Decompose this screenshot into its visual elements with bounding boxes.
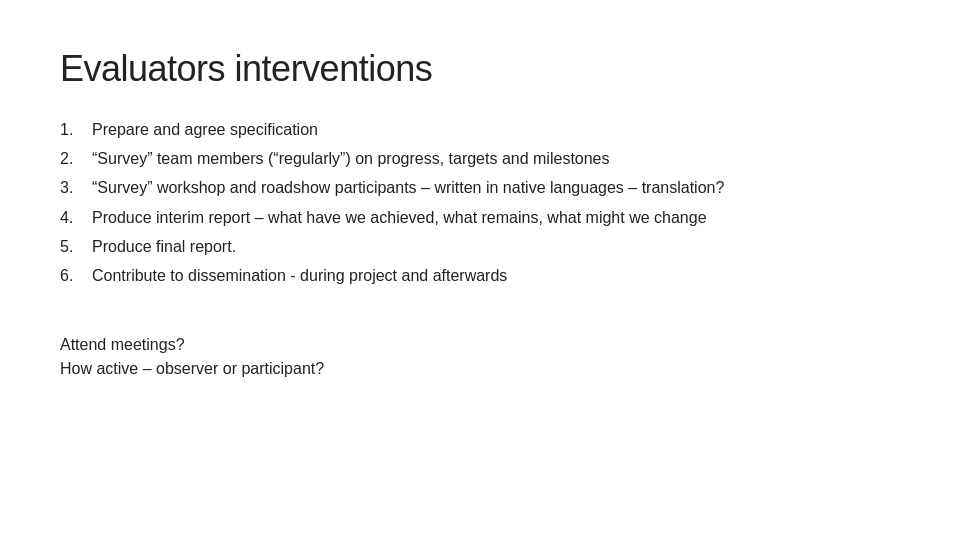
list-item: 1.Prepare and agree specification — [60, 118, 900, 141]
numbered-list: 1.Prepare and agree specification2.“Surv… — [60, 118, 900, 293]
list-text: Produce final report. — [92, 235, 236, 258]
list-text: Prepare and agree specification — [92, 118, 318, 141]
list-item: 6.Contribute to dissemination - during p… — [60, 264, 900, 287]
list-item: 2.“Survey” team members (“regularly”) on… — [60, 147, 900, 170]
list-text: Produce interim report – what have we ac… — [92, 206, 707, 229]
list-number: 2. — [60, 147, 92, 170]
content-area: 1.Prepare and agree specification2.“Surv… — [60, 118, 900, 500]
list-text: “Survey” workshop and roadshow participa… — [92, 176, 724, 199]
list-number: 3. — [60, 176, 92, 199]
list-text: “Survey” team members (“regularly”) on p… — [92, 147, 610, 170]
list-number: 6. — [60, 264, 92, 287]
footer-notes: Attend meetings?How active – observer or… — [60, 333, 900, 381]
list-item: 3.“Survey” workshop and roadshow partici… — [60, 176, 900, 199]
footer-line-1: Attend meetings? — [60, 333, 900, 357]
list-number: 4. — [60, 206, 92, 229]
slide: Evaluators interventions 1.Prepare and a… — [0, 0, 960, 540]
list-number: 1. — [60, 118, 92, 141]
list-item: 5.Produce final report. — [60, 235, 900, 258]
footer-line-2: How active – observer or participant? — [60, 357, 900, 381]
list-number: 5. — [60, 235, 92, 258]
list-item: 4.Produce interim report – what have we … — [60, 206, 900, 229]
list-text: Contribute to dissemination - during pro… — [92, 264, 507, 287]
slide-title: Evaluators interventions — [60, 48, 900, 90]
